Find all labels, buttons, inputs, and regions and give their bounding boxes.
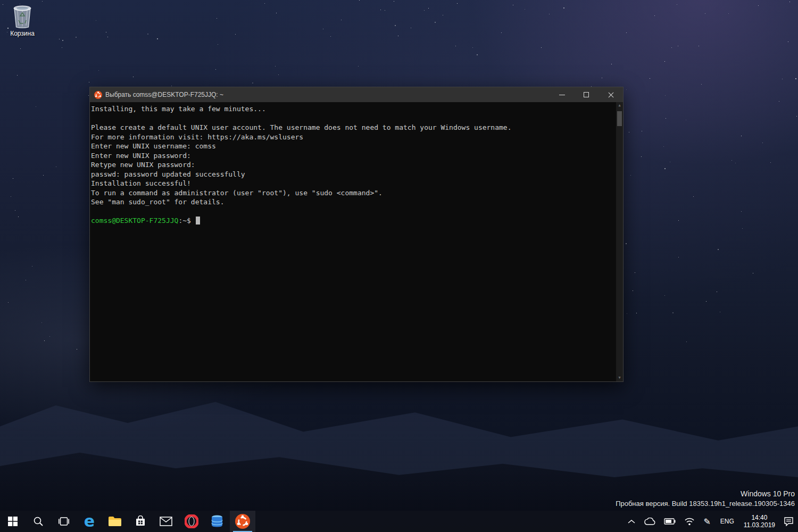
window-title: Выбрать comss@DESKTOP-F725JJQ: ~ <box>105 91 550 98</box>
battery-tray-button[interactable] <box>660 511 680 532</box>
console-line: passwd: password updated successfully <box>91 170 614 179</box>
store-button[interactable] <box>128 511 153 532</box>
console-line: Installation successful! <box>91 179 614 188</box>
prompt-path: ~ <box>182 216 187 226</box>
console-line: Enter new UNIX username: comss <box>91 142 614 151</box>
pen-tray-button[interactable]: ✎ <box>699 511 714 532</box>
console-line <box>91 207 614 217</box>
recycle-bin-shortcut[interactable]: Корзина <box>5 3 39 37</box>
console-output: Installing, this may take a few minutes.… <box>91 104 614 216</box>
ubuntu-icon <box>235 514 250 529</box>
console-line: Installing, this may take a few minutes.… <box>91 104 614 114</box>
file-explorer-button[interactable] <box>102 511 128 532</box>
wifi-icon <box>684 518 695 526</box>
console-scrollbar[interactable]: ▲ ▼ <box>616 102 623 381</box>
prompt-user-host: comss@DESKTOP-F725JJQ <box>91 216 178 226</box>
maximize-button[interactable] <box>574 87 598 102</box>
text-cursor <box>196 217 200 225</box>
mail-button[interactable] <box>153 511 179 532</box>
language-indicator[interactable]: ENG <box>715 511 739 532</box>
date-text: 11.03.2019 <box>744 521 775 529</box>
terminal-window: Выбрать comss@DESKTOP-F725JJQ: ~ Install… <box>89 87 624 382</box>
battery-icon <box>664 518 676 525</box>
search-icon <box>33 516 44 527</box>
ubuntu-icon <box>94 91 102 99</box>
maximize-icon <box>584 92 589 97</box>
opera-button[interactable] <box>179 511 204 532</box>
console-line: Enter new UNIX password: <box>91 151 614 161</box>
edge-icon: e <box>84 513 95 529</box>
close-icon <box>608 92 614 98</box>
ubuntu-taskbar-button[interactable] <box>230 511 255 532</box>
store-icon <box>135 516 146 527</box>
task-view-icon <box>59 517 69 526</box>
console-line: To run a command as administrator (user … <box>91 188 614 198</box>
chevron-up-icon <box>628 519 635 524</box>
time-text: 14:40 <box>751 514 767 521</box>
watermark-edition: Windows 10 Pro <box>616 489 795 499</box>
windows-logo-icon <box>8 517 18 526</box>
start-button[interactable] <box>0 511 26 532</box>
action-center-button[interactable] <box>779 511 798 532</box>
minimize-icon <box>559 95 565 95</box>
file-explorer-icon <box>108 516 122 527</box>
recycle-bin-label: Корзина <box>5 30 39 37</box>
scroll-up-icon[interactable]: ▲ <box>618 102 620 109</box>
task-view-button[interactable] <box>51 511 77 532</box>
scrollbar-thumb[interactable] <box>617 111 622 126</box>
pen-icon: ✎ <box>703 517 710 527</box>
scrollbar-track[interactable] <box>616 109 623 375</box>
console-line: For more information visit: https://aka.… <box>91 132 614 142</box>
console-line <box>91 114 614 123</box>
windows-watermark: Windows 10 Pro Пробная версия. Build 183… <box>616 489 795 509</box>
close-button[interactable] <box>598 87 623 102</box>
prompt-separator: : <box>178 216 182 226</box>
search-button[interactable] <box>26 511 51 532</box>
console-line: Please create a default UNIX user accoun… <box>91 123 614 132</box>
onedrive-tray-button[interactable] <box>639 511 660 532</box>
terminal-console[interactable]: Installing, this may take a few minutes.… <box>90 102 623 381</box>
shell-prompt: comss@DESKTOP-F725JJQ:~$ <box>91 216 614 226</box>
database-app-button[interactable] <box>204 511 230 532</box>
network-tray-button[interactable] <box>680 511 699 532</box>
watermark-build: Пробная версия. Build 18353.19h1_release… <box>616 499 795 509</box>
recycle-bin-icon <box>10 3 35 29</box>
database-icon <box>210 514 224 528</box>
cloud-icon <box>644 518 655 525</box>
tray-expand-button[interactable] <box>624 511 639 532</box>
console-line: See "man sudo_root" for details. <box>91 197 614 207</box>
minimize-button[interactable] <box>550 87 574 102</box>
prompt-symbol: $ <box>187 216 195 226</box>
mail-icon <box>160 517 172 526</box>
clock[interactable]: 14:40 11.03.2019 <box>739 511 779 532</box>
console-line: Retype new UNIX password: <box>91 160 614 170</box>
notification-icon <box>784 517 794 526</box>
desktop-wallpaper: Корзина Выбрать comss@DESKTOP-F725JJQ: ~ <box>0 0 798 532</box>
scroll-down-icon[interactable]: ▼ <box>618 375 620 381</box>
terminal-titlebar[interactable]: Выбрать comss@DESKTOP-F725JJQ: ~ <box>90 87 623 102</box>
taskbar: e <box>0 511 798 532</box>
opera-icon <box>185 514 198 528</box>
edge-button[interactable]: e <box>77 511 102 532</box>
